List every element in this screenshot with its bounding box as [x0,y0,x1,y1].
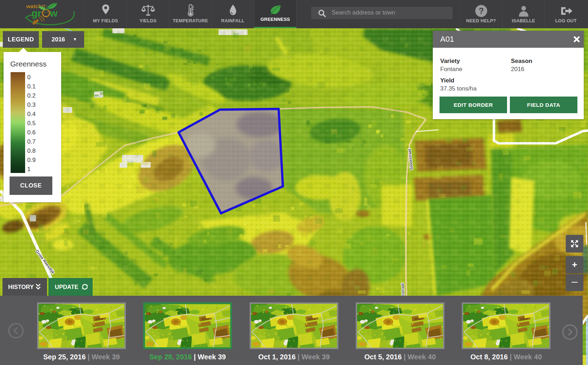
svg-text:?: ? [478,6,484,16]
svg-text:w: w [50,8,58,19]
svg-text:gr: gr [31,8,41,19]
